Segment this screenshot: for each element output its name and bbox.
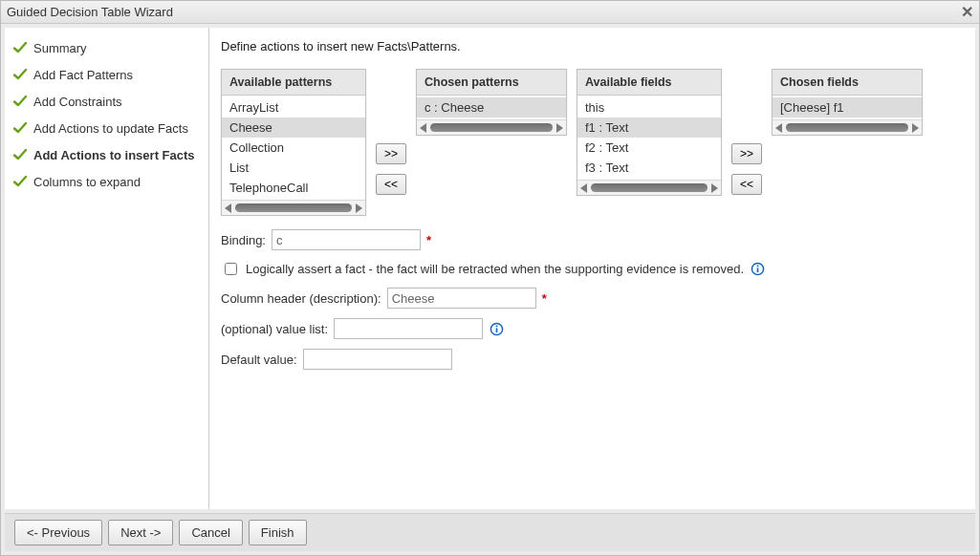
available-fields-list[interactable]: thisf1 : Textf2 : Textf3 : Text [577,96,721,180]
hscroll[interactable] [417,119,566,135]
sidebar-item[interactable]: Add Constraints [12,91,201,112]
add-field-button[interactable]: >> [731,143,762,164]
hscroll[interactable] [577,180,721,195]
previous-button[interactable]: <- Previous [14,520,102,545]
required-marker: * [542,291,547,306]
available-fields-panel: Available fields thisf1 : Textf2 : Textf… [577,69,722,196]
list-item[interactable]: ArrayList [222,97,365,118]
check-icon [12,147,28,162]
info-icon[interactable] [750,262,765,277]
patterns-transfer-buttons: >> << [376,69,406,195]
list-item[interactable]: Cheese [222,118,365,138]
svg-rect-1 [756,267,758,272]
sidebar-item-label: Add Actions to insert Facts [33,148,195,162]
list-item[interactable]: [Cheese] f1 [773,97,922,118]
binding-label: Binding: [221,233,266,247]
wizard-sidebar: SummaryAdd Fact PatternsAdd ConstraintsA… [5,28,209,509]
remove-pattern-button[interactable]: << [376,174,406,195]
info-icon[interactable] [489,321,504,336]
required-marker: * [426,233,431,247]
available-patterns-header: Available patterns [222,70,365,96]
logical-assert-checkbox[interactable] [225,263,237,275]
wizard-title: Guided Decision Table Wizard [7,5,173,19]
value-list-label: (optional) value list: [221,322,328,336]
list-item[interactable]: TelephoneCall [222,178,365,198]
column-header-input[interactable] [387,288,536,309]
sidebar-item[interactable]: Columns to expand [12,171,201,192]
lists-row: Available patterns ArrayListCheeseCollec… [221,69,960,216]
svg-rect-5 [495,325,497,327]
hscroll[interactable] [222,200,365,215]
cancel-button[interactable]: Cancel [179,520,242,545]
sidebar-item-label: Columns to expand [33,175,141,189]
sidebar-item-label: Add Actions to update Facts [33,121,188,136]
add-pattern-button[interactable]: >> [376,143,406,164]
value-list-input[interactable] [334,318,483,339]
list-item[interactable]: f1 : Text [577,118,721,138]
logical-assert-label: Logically assert a fact - the fact will … [246,262,744,276]
check-icon [12,120,28,136]
sidebar-item[interactable]: Add Fact Patterns [12,64,201,85]
check-icon [12,174,28,189]
list-item[interactable]: this [577,97,721,118]
default-value-label: Default value: [221,353,297,367]
hscroll[interactable] [773,119,922,135]
fields-transfer-buttons: >> << [731,69,762,195]
chosen-patterns-header: Chosen patterns [417,70,566,96]
binding-input[interactable] [272,229,421,250]
available-fields-header: Available fields [577,70,721,96]
close-icon[interactable]: ✕ [961,5,973,20]
sidebar-item-label: Add Constraints [33,95,122,109]
sidebar-item[interactable]: Summary [12,37,201,58]
remove-field-button[interactable]: << [731,174,762,195]
sidebar-item[interactable]: Add Actions to update Facts [12,118,201,139]
available-patterns-list[interactable]: ArrayListCheeseCollectionListTelephoneCa… [222,96,365,200]
svg-rect-4 [495,328,497,332]
sidebar-item-label: Summary [33,41,87,55]
wizard-footer: <- Previous Next -> Cancel Finish [5,513,975,551]
sidebar-item[interactable]: Add Actions to insert Facts [12,144,201,165]
chosen-patterns-list[interactable]: c : Cheese [417,96,566,119]
list-item[interactable]: List [222,158,365,178]
wizard-window: Guided Decision Table Wizard ✕ SummaryAd… [0,0,980,556]
wizard-content: Define actions to insert new Facts\Patte… [209,28,975,509]
list-item[interactable]: f2 : Text [577,138,721,158]
check-icon [12,40,28,55]
form-area: Binding: * Logically assert a fact - the… [221,229,960,379]
finish-button[interactable]: Finish [249,520,307,545]
list-item[interactable]: c : Cheese [417,97,566,118]
column-header-label: Column header (description): [221,291,381,306]
wizard-header: Guided Decision Table Wizard ✕ [1,1,979,24]
chosen-fields-panel: Chosen fields [Cheese] f1 [772,69,923,136]
chosen-fields-header: Chosen fields [773,70,922,96]
svg-rect-2 [756,266,758,267]
chosen-fields-list[interactable]: [Cheese] f1 [773,96,922,119]
sidebar-item-label: Add Fact Patterns [33,68,133,82]
check-icon [12,94,28,109]
available-patterns-panel: Available patterns ArrayListCheeseCollec… [221,69,366,216]
default-value-input[interactable] [303,349,452,370]
check-icon [12,67,28,82]
list-item[interactable]: f3 : Text [577,158,721,178]
wizard-body: SummaryAdd Fact PatternsAdd ConstraintsA… [5,28,975,509]
instruction-text: Define actions to insert new Facts\Patte… [221,39,960,53]
chosen-patterns-panel: Chosen patterns c : Cheese [416,69,567,136]
next-button[interactable]: Next -> [108,520,173,545]
list-item[interactable]: Collection [222,138,365,158]
